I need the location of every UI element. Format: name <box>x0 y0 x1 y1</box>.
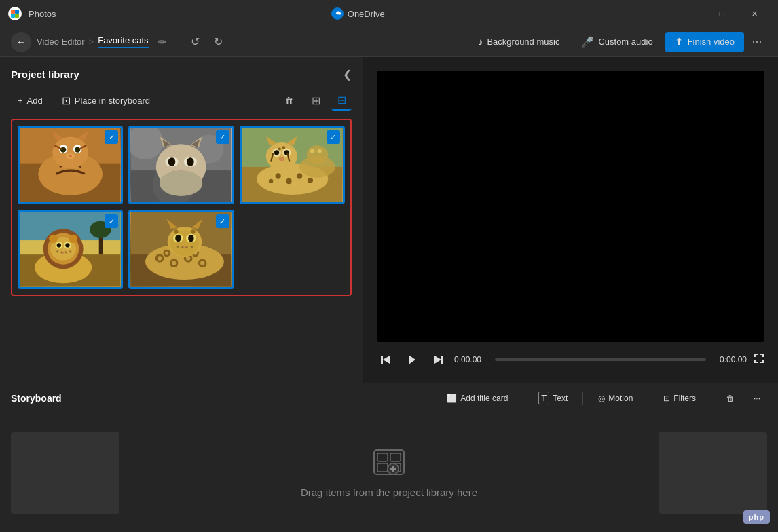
drag-text: Drag items from the project library here <box>301 487 477 498</box>
filters-icon: ⊡ <box>663 394 670 403</box>
audio-icon: 🎤 <box>581 36 594 48</box>
svg-point-54 <box>278 147 280 150</box>
filters-button[interactable]: ⊡ Filters <box>656 390 703 406</box>
svg-point-60 <box>317 149 321 153</box>
svg-point-41 <box>286 178 291 184</box>
undo-button[interactable]: ↺ <box>185 32 206 52</box>
collapse-button[interactable]: ❮ <box>343 68 352 81</box>
media-check-cheetah: ✓ <box>327 130 340 144</box>
media-check-leopard: ✓ <box>216 214 229 228</box>
finish-video-button[interactable]: ⬆ Finish video <box>665 32 744 52</box>
minimize-button[interactable]: − <box>673 3 705 24</box>
text-icon: T <box>538 392 549 404</box>
more-storyboard-button[interactable]: ··· <box>747 390 767 406</box>
close-button[interactable]: ✕ <box>739 3 770 24</box>
breadcrumb-parent[interactable]: Video Editor <box>37 37 85 47</box>
progress-bar[interactable] <box>495 358 706 361</box>
export-icon: ⬆ <box>675 36 684 48</box>
view-small-grid-button[interactable]: ⊞ <box>305 90 326 111</box>
main-content: Project library ❮ + Add ⊡ Place in story… <box>0 57 778 396</box>
svg-point-15 <box>69 155 72 157</box>
media-item-lion[interactable]: ✓ <box>18 210 123 288</box>
app-icon <box>8 7 22 20</box>
svg-point-44 <box>269 179 273 183</box>
delete-storyboard-button[interactable]: 🗑 <box>720 390 741 406</box>
place-storyboard-button[interactable]: ⊡ Place in storyboard <box>55 91 157 111</box>
svg-point-108 <box>186 247 188 249</box>
media-item-tiger[interactable]: ✓ <box>18 126 123 204</box>
onedrive-icon <box>331 7 344 20</box>
background-music-button[interactable]: ♪ Background music <box>468 32 569 52</box>
svg-point-48 <box>274 150 278 155</box>
svg-point-80 <box>69 251 71 253</box>
divider-4 <box>711 392 711 405</box>
add-media-button[interactable]: + Add <box>11 92 50 109</box>
svg-point-105 <box>191 230 196 234</box>
svg-marker-114 <box>434 356 441 364</box>
media-item-cheetah[interactable]: ✓ <box>240 126 345 204</box>
media-grid-container: ✓ <box>11 119 352 296</box>
svg-point-77 <box>56 251 58 253</box>
motion-button[interactable]: ◎ Motion <box>591 390 640 406</box>
svg-point-49 <box>284 150 289 155</box>
next-frame-button[interactable] <box>428 350 447 369</box>
media-item-cougar[interactable]: ✓ <box>128 126 234 204</box>
svg-point-101 <box>189 235 194 242</box>
svg-point-79 <box>65 252 67 254</box>
title-bar-left: Photos <box>8 7 56 20</box>
place-icon: ⊡ <box>62 94 71 107</box>
delete-media-button[interactable]: 🗑 <box>278 92 300 109</box>
time-total: 0:00.00 <box>713 355 747 364</box>
svg-rect-0 <box>11 10 15 14</box>
media-item-leopard[interactable]: ✓ <box>128 210 234 288</box>
svg-point-11 <box>75 147 80 152</box>
more-options-button[interactable]: ··· <box>747 32 767 52</box>
storyboard-drop-zone: Drag items from the project library here <box>125 449 653 498</box>
drag-icon <box>373 449 405 478</box>
svg-point-75 <box>49 235 58 244</box>
redo-button[interactable]: ↻ <box>208 32 229 52</box>
svg-point-55 <box>282 146 285 149</box>
maximize-button[interactable]: □ <box>706 3 737 24</box>
back-button[interactable]: ← <box>11 32 31 52</box>
view-large-grid-button[interactable]: ⊟ <box>331 90 352 111</box>
delete-storyboard-icon: 🗑 <box>726 394 735 403</box>
menu-bar-left: ← Video Editor > Favorite cats ✏ ↺ ↻ <box>11 32 463 52</box>
svg-point-104 <box>174 230 178 234</box>
svg-point-35 <box>160 170 202 196</box>
breadcrumb-separator: > <box>89 37 94 47</box>
svg-rect-1 <box>15 10 19 14</box>
music-icon: ♪ <box>478 36 483 48</box>
svg-point-97 <box>170 231 199 256</box>
fullscreen-button[interactable] <box>754 353 764 366</box>
svg-point-91 <box>200 261 204 265</box>
project-library: Project library ❮ + Add ⊡ Place in story… <box>0 57 363 396</box>
text-button[interactable]: T Text <box>532 388 574 408</box>
edit-title-icon[interactable]: ✏ <box>158 37 166 48</box>
custom-audio-button[interactable]: 🎤 Custom audio <box>572 32 662 52</box>
time-current: 0:00.00 <box>454 355 488 364</box>
svg-point-43 <box>307 178 312 183</box>
svg-rect-113 <box>441 356 443 364</box>
svg-point-7 <box>52 137 88 168</box>
svg-point-89 <box>186 256 190 261</box>
onedrive-section: OneDrive <box>331 7 385 20</box>
motion-icon: ◎ <box>598 394 605 403</box>
svg-point-93 <box>165 252 168 255</box>
svg-rect-3 <box>15 14 19 18</box>
divider-2 <box>582 392 583 405</box>
library-header: Project library ❮ <box>11 68 352 81</box>
add-title-card-button[interactable]: ⬜ Add title card <box>440 390 515 406</box>
menu-bar: ← Video Editor > Favorite cats ✏ ↺ ↻ ♪ B… <box>0 27 778 57</box>
storyboard-title: Storyboard <box>11 393 434 404</box>
left-panel: Project library ❮ + Add ⊡ Place in story… <box>0 57 363 396</box>
svg-point-42 <box>297 173 302 178</box>
more-storyboard-icon: ··· <box>754 394 760 403</box>
play-button[interactable] <box>403 350 422 369</box>
prev-frame-button[interactable] <box>377 350 396 369</box>
svg-point-87 <box>172 261 176 265</box>
storyboard-section: Storyboard ⬜ Add title card T Text ◎ Mot… <box>0 383 778 532</box>
svg-rect-2 <box>11 14 15 18</box>
svg-point-107 <box>182 247 184 249</box>
library-title: Project library <box>11 69 79 80</box>
